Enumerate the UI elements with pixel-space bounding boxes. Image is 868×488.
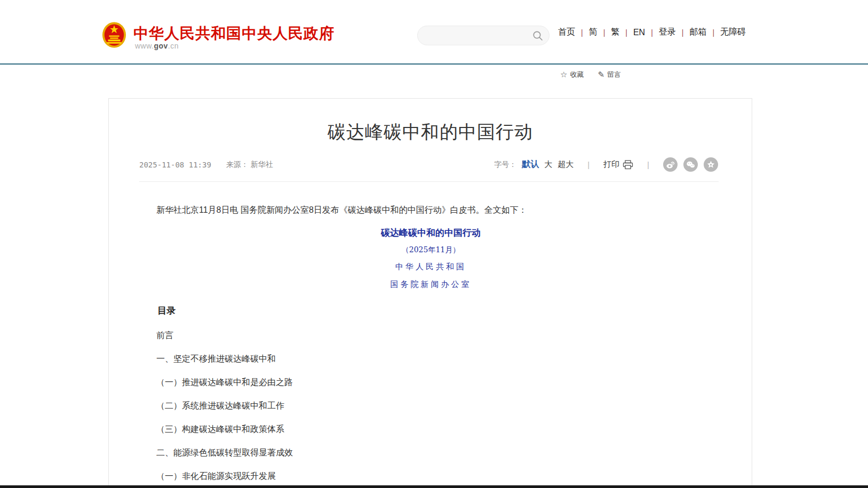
favorite-button[interactable]: ☆ 收藏 [560, 70, 584, 79]
article-meta-left: 2025-11-08 11:39 来源： 新华社 [139, 160, 273, 170]
meta-divider [139, 181, 719, 182]
comment-button[interactable]: ✎ 留言 [598, 70, 621, 79]
nav-simplified[interactable]: 简 [588, 27, 598, 38]
site-title: 中华人民共和国中央人民政府 [133, 23, 335, 44]
nav-separator: | [707, 28, 720, 37]
meta-separator: | [647, 160, 649, 169]
toc-item-1: 一、坚定不移推进碳达峰碳中和 [139, 354, 722, 363]
doc-author-line-1: 中华人民共和国 [139, 262, 722, 272]
nav-home[interactable]: 首页 [558, 27, 576, 38]
nav-separator: | [576, 28, 588, 37]
nav-accessibility[interactable]: 无障碍 [720, 27, 746, 38]
article-meta-row: 2025-11-08 11:39 来源： 新华社 字号： 默认 大 超大 | 打… [139, 157, 722, 173]
favorite-label: 收藏 [570, 70, 584, 79]
nav-separator: | [620, 28, 633, 37]
site-url-www: www. [135, 42, 154, 50]
wechat-share-icon[interactable] [683, 157, 698, 172]
star-icon: ☆ [560, 70, 567, 79]
share-group [663, 157, 718, 172]
article-card: 碳达峰碳中和的中国行动 2025-11-08 11:39 来源： 新华社 字号：… [108, 98, 752, 488]
page: 中华人民共和国中央人民政府 www.gov.cn 首页 | 简 | 繁 | EN… [0, 0, 868, 488]
nav-english[interactable]: EN [633, 28, 646, 37]
star-share-icon[interactable] [704, 157, 718, 172]
print-button[interactable]: 打印 [603, 159, 633, 170]
site-url-cn: .cn [168, 42, 179, 50]
font-size-default-button[interactable]: 默认 [522, 159, 539, 170]
doc-date: （2025年11月） [139, 245, 722, 255]
doc-author-line-2: 国务院新闻办公室 [139, 279, 722, 290]
site-url[interactable]: www.gov.cn [135, 42, 179, 50]
toc-item-2: 二、能源绿色低碳转型取得显著成效 [139, 448, 722, 457]
article-date: 2025-11-08 11:39 [139, 161, 211, 169]
printer-icon [623, 160, 633, 170]
source-value[interactable]: 新华社 [251, 160, 273, 170]
toc-item-1-3: （三）构建碳达峰碳中和政策体系 [139, 425, 722, 434]
toc-item-1-1: （一）推进碳达峰碳中和是必由之路 [139, 378, 722, 387]
national-emblem-icon [102, 21, 126, 49]
nav-traditional[interactable]: 繁 [610, 27, 620, 38]
page-tools: ☆ 收藏 ✎ 留言 [560, 70, 635, 79]
nav-separator: | [598, 28, 611, 37]
article-body: 新华社北京11月8日电 国务院新闻办公室8日发布《碳达峰碳中和的中国行动》白皮书… [139, 203, 722, 488]
comment-label: 留言 [607, 70, 621, 79]
meta-separator: | [587, 160, 590, 169]
nav-separator: | [676, 28, 689, 37]
viewport-bottom-edge [0, 485, 868, 488]
font-size-label: 字号： [494, 160, 516, 170]
article-meta-right: 字号： 默认 大 超大 | 打印 | [494, 157, 718, 172]
nav-login[interactable]: 登录 [658, 27, 676, 38]
toc-item-2-1: （一）非化石能源实现跃升发展 [139, 471, 722, 481]
print-label: 打印 [603, 159, 619, 170]
search-box[interactable] [417, 26, 550, 45]
lead-paragraph: 新华社北京11月8日电 国务院新闻办公室8日发布《碳达峰碳中和的中国行动》白皮书… [139, 203, 722, 217]
weibo-share-icon[interactable] [663, 157, 678, 172]
nav-mail[interactable]: 邮箱 [689, 27, 707, 38]
font-size-xlarge-button[interactable]: 超大 [558, 159, 574, 170]
toc-item-1-2: （二）系统推进碳达峰碳中和工作 [139, 401, 722, 410]
doc-title: 碳达峰碳中和的中国行动 [139, 227, 722, 239]
site-header: 中华人民共和国中央人民政府 www.gov.cn 首页 | 简 | 繁 | EN… [0, 0, 868, 65]
toc-item-preface: 前言 [139, 331, 722, 340]
nav-separator: | [646, 28, 658, 37]
article-title: 碳达峰碳中和的中国行动 [109, 120, 752, 145]
search-input[interactable] [426, 31, 532, 41]
search-icon[interactable] [532, 30, 544, 42]
toc-heading: 目录 [139, 305, 722, 317]
site-url-gov: gov [154, 42, 168, 50]
font-size-large-button[interactable]: 大 [544, 159, 552, 170]
source-label: 来源： [226, 160, 249, 170]
pencil-icon: ✎ [598, 70, 604, 79]
top-nav: 首页 | 简 | 繁 | EN | 登录 | 邮箱 | 无障碍 [558, 0, 746, 65]
